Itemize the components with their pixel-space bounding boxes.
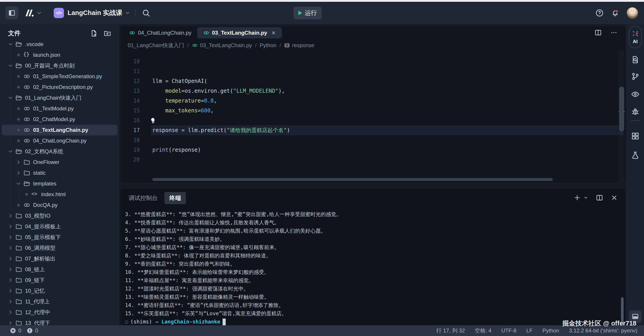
editor-tab-03_TextLangChain.py[interactable]: 03_TextLangChain.py xyxy=(197,27,282,38)
chevron-right-icon xyxy=(16,170,22,176)
horizontal-scrollbar[interactable] xyxy=(152,178,553,181)
indent-guide xyxy=(10,103,10,114)
activity-file-search-button[interactable] xyxy=(631,55,640,65)
tree-item-01_SimpleTextGeneration.py[interactable]: 01_SimpleTextGeneration.py xyxy=(0,71,119,82)
panel-tab-终端[interactable]: 终端 xyxy=(164,192,186,204)
python-file-icon xyxy=(23,84,30,91)
editor-tab-04_ChatLongChain.py[interactable]: 04_ChatLongChain.py xyxy=(123,27,197,38)
status-language-mode[interactable]: Python xyxy=(542,328,559,334)
code-line-13: 13 model=os.environ.get("LLM_MODELEND"), xyxy=(120,86,626,96)
status-eol[interactable]: LF xyxy=(526,328,532,334)
tree-item-.vscode[interactable]: .vscode xyxy=(0,39,119,50)
bug-icon xyxy=(631,107,640,116)
sidebar-toggle-button[interactable] xyxy=(5,6,18,19)
tree-item-static[interactable]: static xyxy=(0,168,119,178)
tree-item-05_提示模板下[interactable]: 05_提示模板下 xyxy=(0,232,119,243)
errors-count[interactable]: 0 xyxy=(18,328,21,334)
new-terminal-icon[interactable] xyxy=(574,194,581,201)
tree-item-03_模型IO[interactable]: 03_模型IO xyxy=(0,210,119,221)
tree-item-03_TextLangChain.py[interactable]: 03_TextLangChain.py xyxy=(2,125,118,135)
tree-item-label: 04_ChatLongChain.py xyxy=(33,138,86,144)
tree-item-label: 05_提示模板下 xyxy=(25,234,61,241)
tree-item-08_链上[interactable]: 08_链上 xyxy=(0,264,119,275)
tree-item-00_开篇词_奇点时刻[interactable]: 00_开篇词_奇点时刻 xyxy=(0,60,119,71)
tree-item-09_链下[interactable]: 09_链下 xyxy=(0,275,119,286)
tree-item-07_解析输出[interactable]: 07_解析输出 xyxy=(0,253,119,264)
project-name[interactable]: LangChain 实战课 xyxy=(68,8,122,17)
terminal-dropdown-chevron-icon[interactable] xyxy=(584,195,588,200)
code-lines: 101112llm = ChatOpenAI(13 model=os.envir… xyxy=(120,56,626,165)
tree-item-02_文档QA系统[interactable]: 02_文档QA系统 xyxy=(0,146,119,157)
tree-item-02_ChatModel.py[interactable]: 02_ChatModel.py xyxy=(0,114,119,125)
tree-item-index.html[interactable]: <>index.html xyxy=(0,189,119,200)
tree-item-04_ChatLongChain.py[interactable]: 04_ChatLongChain.py xyxy=(0,135,119,146)
notifications-bell-icon[interactable] xyxy=(611,9,620,17)
status-cursor-position[interactable]: 行 17, 列 32 xyxy=(436,327,465,334)
breadcrumb: 01_LangChain快速入门/03_TextLangChain.py/Pyt… xyxy=(128,41,314,50)
activity-bug-button[interactable] xyxy=(631,107,640,117)
prompt-venv: (shims) xyxy=(130,318,152,325)
help-icon[interactable] xyxy=(595,9,604,17)
close-panel-icon[interactable] xyxy=(611,194,618,201)
tree-item-11_代理上[interactable]: 11_代理上 xyxy=(0,296,119,307)
status-indentation[interactable]: 空格: 4 xyxy=(475,327,492,334)
activity-git-branch-button[interactable] xyxy=(631,72,640,82)
ai-assistant-button[interactable]: AI xyxy=(629,26,642,48)
status-encoding[interactable]: UTF-8 xyxy=(501,328,516,334)
file-status-dot xyxy=(17,75,20,78)
status-right: 行 17, 列 32空格: 4UTF-8LFPython3.12.2 64-bi… xyxy=(436,327,637,334)
warnings-icon[interactable] xyxy=(26,328,33,334)
activity-eye-button[interactable] xyxy=(631,90,640,99)
tree-item-02_PictureDescription.py[interactable]: 02_PictureDescription.py xyxy=(0,82,119,93)
run-button[interactable]: 运行 xyxy=(294,7,322,19)
activity-flask-button[interactable] xyxy=(631,151,640,161)
breadcrumb-item-response[interactable]: response xyxy=(284,42,314,48)
status-python-interpreter[interactable]: 3.12.2 64-bit ('shims': pyenv) xyxy=(569,328,637,334)
line-number: 10 xyxy=(120,58,140,65)
eye-icon xyxy=(631,90,640,99)
tree-item-13_代理下[interactable]: 13_代理下 xyxy=(0,318,119,325)
new-folder-icon[interactable] xyxy=(104,29,111,37)
new-file-icon[interactable] xyxy=(90,29,98,37)
breadcrumb-item-Python[interactable]: Python xyxy=(260,42,276,48)
tree-item-OneFlower[interactable]: OneFlower xyxy=(0,157,119,168)
chevron-right-icon xyxy=(8,267,14,272)
panel-tab-调试控制台[interactable]: 调试控制台 xyxy=(128,192,158,204)
code-line-10: 10 xyxy=(120,56,626,66)
avatar[interactable] xyxy=(626,7,638,19)
chevron-right-icon xyxy=(8,277,14,283)
breadcrumb-label: 01_LangChain快速入门 xyxy=(128,42,184,49)
chevron-down-icon[interactable] xyxy=(36,10,42,16)
more-actions-icon[interactable] xyxy=(610,29,618,36)
terminal-line: 10. **梦幻味蕾蛋糕店**: 表示能给味蕾带来梦幻般的感受。 xyxy=(125,268,615,276)
tree-item-DocQA.py[interactable]: DocQA.py xyxy=(0,200,119,210)
errors-icon[interactable] xyxy=(10,328,16,334)
indent-guide xyxy=(10,178,10,189)
tree-item-label: 04_提示模板上 xyxy=(25,223,61,230)
search-icon[interactable] xyxy=(142,8,150,17)
tree-item-launch.json[interactable]: {}launch.json xyxy=(0,50,119,60)
code-editor[interactable]: 101112llm = ChatOpenAI(13 model=os.envir… xyxy=(120,50,626,183)
folder-open-icon xyxy=(15,148,22,155)
breadcrumb-item-03_TextLangChain.py[interactable]: 03_TextLangChain.py xyxy=(192,42,252,48)
tree-item-12_代理中[interactable]: 12_代理中 xyxy=(0,307,119,318)
tree-item-04_提示模板上[interactable]: 04_提示模板上 xyxy=(0,221,119,232)
vertical-scrollbar-thumb[interactable] xyxy=(619,87,624,131)
tree-item-templates[interactable]: templates xyxy=(0,178,119,189)
tree-item-01_TextModel.py[interactable]: 01_TextModel.py xyxy=(0,103,119,114)
tree-item-10_记忆[interactable]: 10_记忆 xyxy=(0,286,119,296)
git-branch-icon xyxy=(631,72,640,81)
chevron-right-icon xyxy=(8,234,14,240)
line-number: 12 xyxy=(120,78,140,84)
activity-grid-button[interactable] xyxy=(631,132,640,141)
tree-item-06_调用模型[interactable]: 06_调用模型 xyxy=(0,243,119,253)
tree-item-01_LangChain快速入门[interactable]: 01_LangChain快速入门 xyxy=(0,93,119,103)
warnings-count[interactable]: 0 xyxy=(35,328,38,334)
project-chevron-down-icon[interactable] xyxy=(124,10,130,16)
terminal-line: 4. **悦香蛋糕店**: 传达出蛋糕能让人愉悦,且散发着诱人香气。 xyxy=(125,218,615,227)
terminal-output[interactable]: 3. **悠蜜蛋糕店**: “悠”体现出悠然、惬意,“蜜”突出甜蜜,给人一种享受… xyxy=(125,210,615,325)
breadcrumb-item-01_LangChain快速入门[interactable]: 01_LangChain快速入门 xyxy=(128,42,184,49)
split-terminal-icon[interactable] xyxy=(596,194,603,201)
folder-icon xyxy=(15,287,22,295)
split-editor-icon[interactable] xyxy=(594,29,602,36)
